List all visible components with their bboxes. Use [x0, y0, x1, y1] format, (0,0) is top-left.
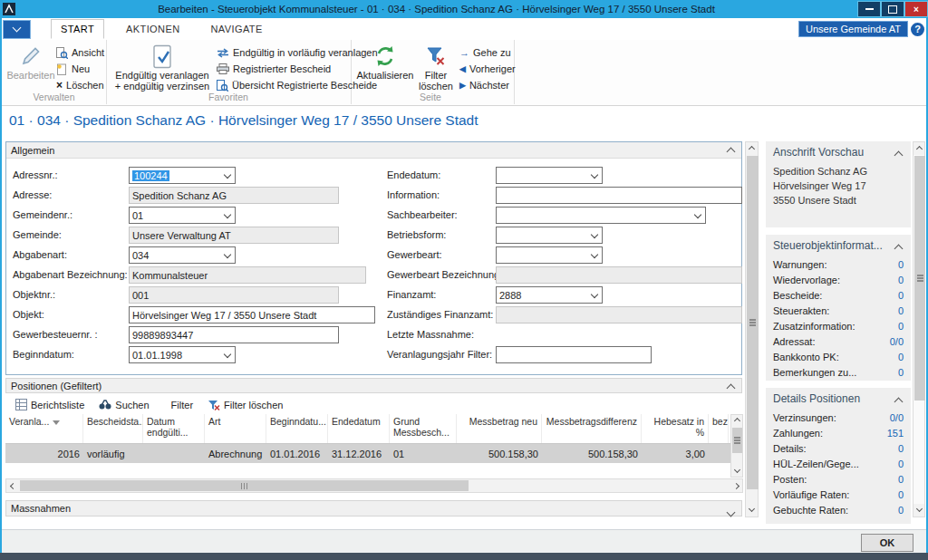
- column-header[interactable]: Art: [205, 414, 266, 443]
- scroll-right-button[interactable]: [730, 479, 742, 492]
- application-menu-button[interactable]: [3, 20, 31, 39]
- scrollbar-thumb[interactable]: [732, 428, 742, 453]
- ansicht-button[interactable]: Ansicht: [56, 45, 104, 60]
- count-link[interactable]: 0/0: [890, 410, 904, 426]
- count-link[interactable]: 0: [898, 488, 904, 503]
- scroll-down-button[interactable]: [746, 504, 758, 517]
- scroll-left-button[interactable]: [6, 479, 19, 492]
- collapse-chevron-icon[interactable]: [728, 382, 734, 393]
- scrollbar-thumb[interactable]: [747, 156, 759, 489]
- table-row-selected[interactable]: 2016 vorläufig Abrechnung 01.01.2016 31.…: [5, 444, 730, 463]
- main-vertical-scrollbar[interactable]: [745, 141, 759, 517]
- count-link[interactable]: 0: [898, 472, 904, 488]
- chevron-down-icon[interactable]: [587, 169, 601, 182]
- count-link[interactable]: 0: [898, 288, 904, 304]
- tab-aktionen[interactable]: AKTIONEN: [117, 20, 188, 38]
- table-horizontal-scrollbar[interactable]: [5, 478, 743, 493]
- section-header-massnahmen[interactable]: Massnahmen: [5, 500, 742, 517]
- count-link[interactable]: 0: [898, 457, 904, 472]
- registrierter-bescheid-button[interactable]: Registrierter Bescheid: [217, 62, 331, 76]
- beginndatum-field[interactable]: 01.01.1998: [129, 346, 236, 363]
- scroll-down-button[interactable]: [731, 465, 742, 477]
- gewerbesteuernr-field[interactable]: 99889893447: [129, 326, 339, 343]
- gewerbeart-field[interactable]: [496, 246, 603, 264]
- count-link[interactable]: 0: [898, 304, 904, 319]
- berichtsliste-button[interactable]: Berichtsliste: [11, 398, 89, 411]
- column-header[interactable]: Datum endgülti...: [143, 414, 205, 443]
- scroll-up-button[interactable]: [746, 142, 758, 155]
- chevron-down-icon[interactable]: [691, 208, 704, 222]
- column-header[interactable]: Messbetragsdifferenz: [542, 414, 642, 443]
- expand-chevron-icon[interactable]: [728, 507, 734, 517]
- chevron-down-icon[interactable]: [587, 248, 601, 262]
- column-header[interactable]: beza...: [709, 414, 729, 443]
- finanzamt-field[interactable]: 2888: [496, 286, 603, 304]
- scroll-up-button[interactable]: [731, 415, 742, 427]
- table-vertical-scrollbar[interactable]: [730, 414, 743, 478]
- count-link[interactable]: 0: [898, 350, 904, 365]
- factbox-title[interactable]: Steuerobjektinformat...: [773, 237, 904, 257]
- naechster-button[interactable]: ▶ Nächster: [459, 78, 509, 92]
- chevron-down-icon[interactable]: [220, 248, 234, 262]
- tab-start[interactable]: START: [51, 19, 104, 39]
- column-header[interactable]: Beginndatu...: [266, 414, 328, 443]
- column-header[interactable]: Endedatum: [328, 414, 390, 443]
- column-header[interactable]: Bescheidsta...: [83, 414, 143, 443]
- objekt-field[interactable]: Hörvelsinger Weg 17 / 3550 Unsere Stadt: [129, 306, 375, 323]
- adressnr-field[interactable]: 100244: [129, 167, 236, 184]
- aktualisieren-button[interactable]: Aktualisieren: [356, 43, 414, 81]
- column-header[interactable]: Messbetrag neu: [457, 414, 542, 443]
- endedatum-field[interactable]: [496, 167, 603, 184]
- count-link[interactable]: 0: [898, 503, 904, 518]
- help-button[interactable]: ?: [911, 23, 924, 36]
- maximize-button[interactable]: [881, 1, 904, 17]
- filter-button[interactable]: Filter: [167, 399, 198, 411]
- collapse-chevron-icon[interactable]: [895, 242, 902, 255]
- chevron-down-icon[interactable]: [587, 288, 601, 302]
- gehe-zu-button[interactable]: → Gehe zu: [459, 45, 511, 60]
- abgabenart-field[interactable]: 034: [129, 246, 236, 264]
- gemeindenr-field[interactable]: 01: [129, 207, 236, 224]
- veranlagungsjahr-filter-field[interactable]: [496, 346, 652, 363]
- column-header[interactable]: Veranla...: [5, 414, 83, 443]
- chevron-down-icon[interactable]: [220, 169, 234, 182]
- chevron-down-icon[interactable]: [220, 208, 234, 222]
- count-link[interactable]: 151: [887, 426, 904, 441]
- sachbearbeiter-field[interactable]: [496, 207, 706, 224]
- endgueltig-veranlagen-button[interactable]: Endgültig veranlagen + endgültig verzins…: [113, 43, 211, 92]
- company-badge[interactable]: Unsere Gemeinde AT: [798, 21, 908, 37]
- suchen-button[interactable]: Suchen: [94, 399, 153, 411]
- chevron-down-icon[interactable]: [220, 348, 234, 362]
- filter-loeschen-toolbar-button[interactable]: Filter löschen: [203, 399, 287, 411]
- scrollbar-thumb[interactable]: [20, 480, 469, 491]
- factbox-title[interactable]: Details Positionen: [773, 391, 904, 410]
- scroll-down-button[interactable]: [914, 504, 924, 517]
- column-header[interactable]: Grund Messbesch...: [390, 414, 457, 443]
- ok-button[interactable]: OK: [861, 534, 914, 552]
- count-link[interactable]: 0: [898, 365, 904, 381]
- collapse-chevron-icon[interactable]: [728, 146, 734, 157]
- count-link[interactable]: 0/0: [890, 334, 904, 350]
- section-header-positionen[interactable]: Positionen (Gefiltert): [5, 378, 742, 393]
- scroll-up-button[interactable]: [914, 142, 924, 155]
- count-link[interactable]: 0: [898, 441, 904, 457]
- loeschen-button[interactable]: × Löschen: [56, 78, 104, 92]
- collapse-chevron-icon[interactable]: [895, 395, 902, 408]
- count-link[interactable]: 0: [898, 319, 904, 334]
- chevron-down-icon[interactable]: [587, 228, 601, 242]
- tab-navigate[interactable]: NAVIGATE: [201, 20, 271, 38]
- neu-button[interactable]: Neu: [56, 62, 90, 76]
- filter-loeschen-button[interactable]: Filter löschen: [416, 43, 456, 92]
- scrollbar-thumb[interactable]: [914, 156, 925, 401]
- close-button[interactable]: ×: [904, 1, 928, 17]
- count-link[interactable]: 0: [898, 273, 904, 288]
- sidebar-vertical-scrollbar[interactable]: [913, 141, 925, 517]
- vorheriger-button[interactable]: ◀ Vorheriger: [459, 62, 516, 76]
- factbox-title[interactable]: Anschrift Vorschau: [773, 144, 904, 164]
- column-header[interactable]: Hebesatz in %: [642, 414, 709, 443]
- count-link[interactable]: 0: [898, 257, 904, 273]
- information-field[interactable]: [496, 187, 742, 204]
- minimize-button[interactable]: [857, 1, 881, 17]
- section-header-allgemein[interactable]: Allgemein: [6, 142, 741, 159]
- betriebsform-field[interactable]: [496, 227, 603, 244]
